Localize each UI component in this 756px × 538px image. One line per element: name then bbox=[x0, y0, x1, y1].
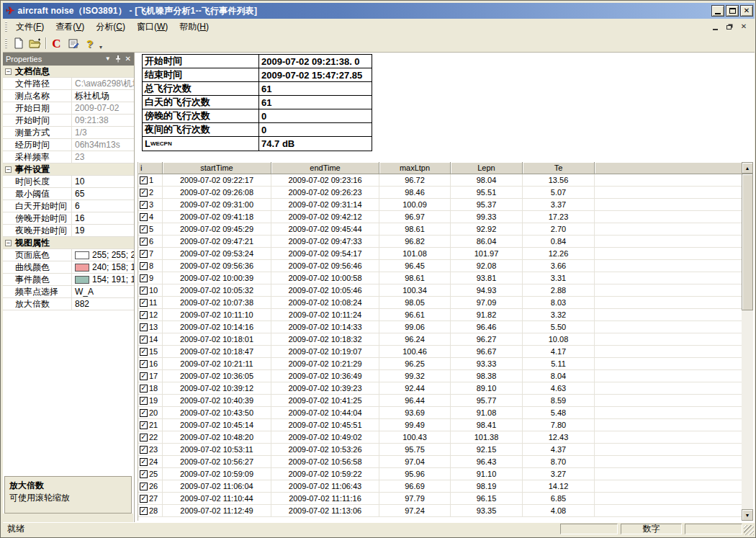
property-value[interactable]: 16 bbox=[72, 213, 134, 223]
property-value[interactable]: 154; 191; 18 bbox=[72, 274, 134, 284]
properties-button[interactable] bbox=[65, 35, 81, 51]
row-checkbox-checked[interactable] bbox=[140, 434, 148, 441]
table-row[interactable]: 62009-07-02 09:47:212009-07-02 09:47:339… bbox=[138, 236, 742, 248]
menu-item-3[interactable]: 窗口(W) bbox=[131, 19, 174, 35]
scroll-down-button[interactable]: ▼ bbox=[742, 509, 753, 521]
row-checkbox-checked[interactable] bbox=[140, 299, 148, 307]
table-row[interactable]: 82009-07-02 09:56:362009-07-02 09:56:469… bbox=[138, 260, 742, 272]
row-checkbox-checked[interactable] bbox=[140, 250, 148, 258]
table-row[interactable]: 112009-07-02 10:07:382009-07-02 10:08:24… bbox=[138, 297, 742, 309]
property-value[interactable]: 6 bbox=[72, 201, 134, 211]
table-row[interactable]: 272009-07-02 11:10:442009-07-02 11:11:16… bbox=[138, 493, 742, 505]
table-row[interactable]: 32009-07-02 09:31:002009-07-02 09:31:141… bbox=[138, 199, 742, 211]
table-row[interactable]: 212009-07-02 10:45:142009-07-02 10:45:51… bbox=[138, 419, 742, 431]
table-row[interactable]: 192009-07-02 10:40:392009-07-02 10:41:25… bbox=[138, 395, 742, 407]
property-value[interactable]: 2009-07-02 bbox=[72, 103, 134, 113]
mdi-restore-button[interactable] bbox=[724, 22, 734, 32]
table-row[interactable]: 52009-07-02 09:45:292009-07-02 09:45:449… bbox=[138, 223, 742, 236]
panel-menu-chevron-icon[interactable]: ▼ bbox=[105, 56, 111, 62]
table-row[interactable]: 12009-07-02 09:22:172009-07-02 09:23:169… bbox=[138, 174, 742, 187]
row-checkbox-checked[interactable] bbox=[140, 201, 148, 209]
table-row[interactable]: 232009-07-02 10:53:112009-07-02 10:53:26… bbox=[138, 444, 742, 456]
row-checkbox-checked[interactable] bbox=[140, 421, 148, 429]
scroll-up-button[interactable]: ▲ bbox=[742, 162, 753, 174]
menu-item-2[interactable]: 分析(C) bbox=[90, 19, 131, 35]
table-row[interactable]: 182009-07-02 10:39:122009-07-02 10:39:23… bbox=[138, 382, 742, 395]
table-row[interactable]: 152009-07-02 10:18:472009-07-02 10:19:07… bbox=[138, 346, 742, 358]
color-swatch[interactable] bbox=[75, 264, 89, 272]
table-row[interactable]: 92009-07-02 10:00:392009-07-02 10:00:589… bbox=[138, 272, 742, 284]
property-value[interactable]: 10 bbox=[72, 176, 134, 187]
properties-panel-header[interactable]: Properties ▼ ✕ bbox=[3, 53, 134, 66]
row-checkbox-checked[interactable] bbox=[140, 372, 148, 380]
table-row[interactable]: 42009-07-02 09:41:182009-07-02 09:42:129… bbox=[138, 211, 742, 223]
row-checkbox-checked[interactable] bbox=[140, 189, 148, 197]
column-header-maxLtpn[interactable]: maxLtpn bbox=[379, 162, 451, 174]
property-value[interactable]: 23 bbox=[72, 152, 134, 162]
table-row[interactable]: 222009-07-02 10:48:202009-07-02 10:49:02… bbox=[138, 431, 742, 444]
menu-grip[interactable] bbox=[5, 22, 7, 32]
property-value[interactable]: 06h34m13s bbox=[72, 140, 134, 150]
close-button[interactable]: ✕ bbox=[740, 5, 753, 17]
table-row[interactable]: 132009-07-02 10:14:162009-07-02 10:14:33… bbox=[138, 321, 742, 333]
row-checkbox-checked[interactable] bbox=[140, 360, 148, 368]
title-bar[interactable]: ✈ aircraft noise（ISO3891） - [飞机噪声分析1--飞行… bbox=[3, 3, 755, 19]
row-checkbox-checked[interactable] bbox=[140, 213, 148, 221]
column-header-startTime[interactable]: startTime bbox=[163, 162, 271, 174]
color-swatch[interactable] bbox=[75, 251, 89, 259]
row-checkbox-checked[interactable] bbox=[140, 274, 148, 282]
row-checkbox-checked[interactable] bbox=[140, 225, 148, 233]
resize-grip[interactable] bbox=[744, 525, 754, 535]
row-checkbox-checked[interactable] bbox=[140, 238, 148, 246]
property-value[interactable]: 65 bbox=[72, 189, 134, 199]
property-section[interactable]: −文档信息 bbox=[3, 66, 134, 78]
pin-icon[interactable] bbox=[115, 55, 121, 63]
mdi-minimize-button[interactable] bbox=[710, 22, 720, 32]
menu-item-4[interactable]: 帮助(H) bbox=[174, 19, 215, 35]
collapse-icon[interactable]: − bbox=[5, 166, 12, 173]
scrollbar-thumb[interactable] bbox=[742, 174, 753, 310]
panel-close-icon[interactable]: ✕ bbox=[125, 56, 131, 62]
table-row[interactable]: 72009-07-02 09:53:242009-07-02 09:54:171… bbox=[138, 248, 742, 260]
vertical-scrollbar[interactable]: ▲ ▼ bbox=[742, 162, 753, 521]
column-header-Lepn[interactable]: Lepn bbox=[451, 162, 523, 174]
row-checkbox-checked[interactable] bbox=[140, 323, 148, 331]
row-checkbox-checked[interactable] bbox=[140, 176, 148, 184]
table-row[interactable]: 202009-07-02 10:43:502009-07-02 10:44:04… bbox=[138, 407, 742, 419]
property-section[interactable]: −事件设置 bbox=[3, 163, 134, 176]
collapse-icon[interactable]: − bbox=[5, 240, 12, 246]
menu-item-0[interactable]: 文件(F) bbox=[10, 19, 50, 35]
table-row[interactable]: 102009-07-02 10:05:322009-07-02 10:05:46… bbox=[138, 284, 742, 297]
table-row[interactable]: 262009-07-02 11:06:042009-07-02 11:06:43… bbox=[138, 480, 742, 493]
row-checkbox-checked[interactable] bbox=[140, 470, 148, 478]
table-row[interactable]: 172009-07-02 10:36:052009-07-02 10:36:49… bbox=[138, 370, 742, 382]
property-value[interactable]: 1/3 bbox=[72, 127, 134, 138]
mdi-close-button[interactable]: ✕ bbox=[739, 22, 749, 32]
row-checkbox-checked[interactable] bbox=[140, 385, 148, 393]
scrollbar-track[interactable] bbox=[742, 174, 753, 509]
c-weighting-button[interactable]: C bbox=[48, 35, 65, 51]
table-row[interactable]: 252009-07-02 10:59:092009-07-02 10:59:22… bbox=[138, 468, 742, 480]
row-checkbox-checked[interactable] bbox=[140, 409, 148, 417]
row-checkbox-checked[interactable] bbox=[140, 483, 148, 490]
maximize-button[interactable] bbox=[726, 5, 739, 17]
color-swatch[interactable] bbox=[75, 276, 89, 284]
column-header-Te[interactable]: Te bbox=[523, 162, 595, 174]
row-checkbox-checked[interactable] bbox=[140, 348, 148, 356]
new-document-button[interactable] bbox=[10, 35, 27, 51]
column-header-endTime[interactable]: endTime bbox=[271, 162, 379, 174]
menu-item-1[interactable]: 查看(V) bbox=[50, 19, 90, 35]
row-checkbox-checked[interactable] bbox=[140, 262, 148, 270]
toolbar-grip[interactable] bbox=[5, 38, 7, 48]
row-checkbox-checked[interactable] bbox=[140, 311, 148, 319]
toolbar-overflow-button[interactable]: ▾ bbox=[99, 44, 102, 52]
property-value[interactable]: 255; 255; 25 bbox=[72, 250, 134, 260]
collapse-icon[interactable]: − bbox=[5, 68, 12, 75]
row-checkbox-checked[interactable] bbox=[140, 446, 148, 454]
property-value[interactable]: C:\awa6298\机场 bbox=[72, 78, 134, 90]
property-value[interactable]: 09:21:38 bbox=[72, 115, 134, 125]
property-value[interactable]: 19 bbox=[72, 225, 134, 236]
row-checkbox-checked[interactable] bbox=[140, 397, 148, 405]
property-value[interactable]: 栎社机场 bbox=[72, 90, 134, 102]
table-row[interactable]: 242009-07-02 10:56:272009-07-02 10:56:58… bbox=[138, 456, 742, 468]
